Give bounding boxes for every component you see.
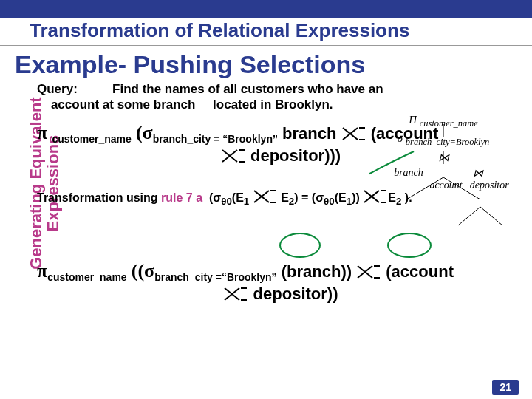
natural-join-icon (221, 149, 246, 163)
transformation-rule: Transformation using rule 7 a (σθ0(E1 E2… (37, 189, 525, 207)
page-number: 21 (492, 380, 519, 395)
natural-join-icon (253, 189, 278, 204)
highlight-circle-icon (279, 233, 321, 258)
natural-join-icon (356, 265, 381, 279)
chapter-title: Transformation of Relational Expressions (0, 18, 532, 46)
slide-title: Example- Pushing Selections (0, 46, 532, 85)
natural-join-icon (341, 126, 366, 141)
natural-join-icon (223, 287, 248, 301)
expression-transformed: πcustomer_name ((σbranch_city =“Brooklyn… (37, 259, 525, 305)
query-text: Query: Find the names of all customers w… (37, 81, 525, 113)
query-tree-diagram: Π customer_name σ branch_city=Brooklyn ⋈… (369, 111, 517, 191)
top-bar (0, 0, 532, 18)
query-label: Query: (37, 82, 78, 96)
highlight-circle-icon (387, 233, 432, 258)
